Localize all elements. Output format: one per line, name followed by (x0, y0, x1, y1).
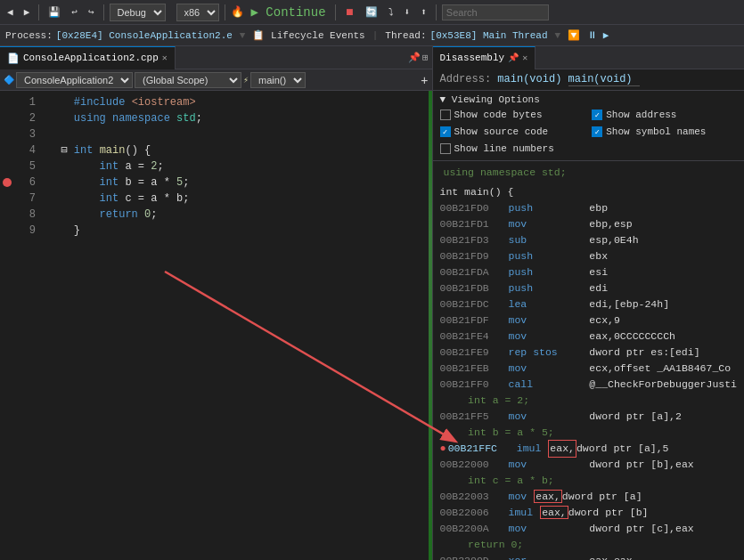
scope1-select[interactable]: ConsoleApplication2 (16, 72, 133, 88)
main-layout: 📄 ConsoleApplication2.cpp ✕ 📌 ⊞ 🔷 Consol… (0, 46, 744, 560)
code-line-9: } (48, 223, 425, 239)
scope-expand-btn[interactable]: + (421, 73, 428, 87)
nav-back-btn[interactable]: ◀ (4, 4, 17, 20)
class-icon: 🔷 (4, 75, 14, 85)
ops-fda: esi (540, 264, 608, 280)
split-btn[interactable]: ⊞ (422, 52, 429, 63)
ops-fd0: ebp (540, 200, 608, 216)
mnem-feb: mov (496, 361, 527, 377)
restart-btn[interactable]: 🔄 (362, 4, 381, 20)
continue-btn[interactable]: ▶ Continue (248, 3, 330, 21)
ln-3: 3 (14, 126, 36, 142)
mnem-fdc: lea (496, 296, 527, 312)
disasm-tab-close[interactable]: ✕ (522, 53, 527, 63)
sep4 (335, 4, 336, 20)
checkbox-source-code[interactable]: ✓ (440, 126, 451, 137)
addr-fdb: 00B21FDB (440, 280, 489, 296)
viewing-options-toggle[interactable]: ▼ Viewing Options (440, 94, 737, 105)
process-bar: Process: [0x28E4] ConsoleApplication2.e … (0, 25, 744, 46)
disasm-row-200a: 00B2200A mov dword ptr [c],eax (440, 521, 737, 537)
label-line-numbers: Show line numbers (454, 143, 554, 154)
scope-bar: 🔷 ConsoleApplication2 (Global Scope) ⚡ m… (0, 69, 432, 91)
save-btn[interactable]: 💾 (45, 4, 64, 20)
debug-mode-select[interactable]: Debug (110, 4, 166, 21)
code-text[interactable]: #include <iostream> using namespace std;… (41, 91, 432, 560)
collapse-arrow: ▼ (440, 94, 446, 105)
code-line-6: int b = a * 5; (48, 174, 425, 191)
mnem-ff0: call (496, 377, 533, 393)
scope3-select[interactable]: main() (250, 72, 306, 88)
checkbox-symbol-names[interactable]: ✓ (592, 126, 602, 137)
address-bar: Address: main(void) main(void) (433, 69, 744, 91)
thread-value[interactable]: [0x53E8] Main Thread (430, 30, 548, 41)
disasm-pin-icon: 📌 (508, 53, 519, 63)
disasm-tab[interactable]: Disassembly 📌 ✕ (433, 46, 536, 69)
checkbox-code-bytes[interactable] (440, 110, 451, 120)
platform-select[interactable]: x86 (176, 4, 219, 21)
stop-btn[interactable]: ⏹ (341, 4, 358, 20)
mnem-fd9: push (496, 248, 533, 264)
search-input[interactable] (442, 4, 549, 20)
ops-ff0: @__CheckForDebuggerJusti (540, 377, 737, 393)
ln-1: 1 (14, 94, 36, 110)
breakpoint-dot (3, 178, 12, 187)
mnem-fe4: mov (496, 329, 527, 345)
step-over-btn[interactable]: ⤵ (385, 4, 397, 20)
pin-btn[interactable]: 📌 (408, 52, 421, 63)
mnem-fdb: push (496, 280, 533, 296)
toolbar: ◀ ▶ 💾 ↩ ↪ Debug x86 🔥 ▶ Continue ⏹ 🔄 ⤵ ⬇… (0, 0, 744, 25)
addr-fd9: 00B21FD9 (440, 248, 489, 264)
step-out-btn[interactable]: ⬆ (417, 4, 430, 20)
undo-btn[interactable]: ↩ (68, 4, 81, 20)
option-show-line-numbers: Show line numbers (440, 141, 585, 157)
ops-2006: eax,dword ptr [b] (540, 505, 648, 521)
addr-fdf: 00B21FDF (440, 312, 489, 329)
code-line-7: int c = a * b; (48, 191, 425, 207)
gutter-2 (0, 110, 14, 126)
scope2-select[interactable]: (Global Scope) (135, 72, 241, 88)
sep3: ▼ (555, 30, 561, 41)
mnem-fda: push (496, 264, 533, 280)
disasm-row-ffc: ● 00B21FFC imul eax,dword ptr [a],5 (440, 441, 737, 457)
ops-fdc: edi,[ebp-24h] (534, 296, 669, 312)
disasm-tab-name: Disassembly (440, 53, 505, 63)
sep2: | (372, 30, 379, 41)
disasm-content[interactable]: using namespace std; int main() { 00B21F… (433, 161, 744, 560)
addr-2000: 00B22000 (440, 457, 489, 473)
addr-fda: 00B21FDA (440, 264, 489, 280)
checkbox-line-numbers[interactable] (440, 143, 451, 154)
address-input[interactable]: main(void) (568, 73, 640, 86)
editor-tab-active[interactable]: 📄 ConsoleApplication2.cpp ✕ (0, 46, 176, 69)
sep5 (436, 4, 437, 20)
disasm-row-ff5: 00B21FF5 mov dword ptr [a],2 (440, 409, 737, 425)
lifecycle-btn[interactable]: 📋 Lifecycle Events (252, 29, 364, 41)
mnem-fe9: rep stos (496, 345, 558, 361)
sep1 (38, 4, 39, 20)
code-editor[interactable]: 1 2 3 4 5 6 7 8 9 #include <iostream> us… (0, 91, 432, 560)
ops-ffc-eax: eax, (548, 440, 576, 458)
step-into-btn[interactable]: ⬇ (401, 4, 414, 20)
ops-2000: dword ptr [b],eax (534, 457, 693, 473)
editor-tab-bar: 📄 ConsoleApplication2.cpp ✕ 📌 ⊞ (0, 46, 432, 69)
address-value: main(void) (497, 73, 561, 85)
app-window: ◀ ▶ 💾 ↩ ↪ Debug x86 🔥 ▶ Continue ⏹ 🔄 ⤵ ⬇… (0, 0, 744, 560)
gutter-7 (0, 191, 14, 207)
disasm-src-using: using namespace std; (440, 165, 737, 181)
bp-indicator: ● (440, 441, 446, 457)
label-symbol-names: Show symbol names (606, 126, 706, 137)
process-value[interactable]: [0x28E4] ConsoleApplication2.e (56, 30, 233, 41)
addr-fd1: 00B21FD1 (440, 216, 489, 232)
nav-fwd-btn[interactable]: ▶ (20, 4, 34, 20)
ln-5: 5 (14, 158, 36, 174)
addr-fd3: 00B21FD3 (440, 232, 489, 248)
redo-btn[interactable]: ↪ (85, 4, 98, 20)
ops-feb: ecx,offset _AA1B8467_Co (534, 361, 731, 377)
mnem-ff5: mov (496, 409, 527, 425)
thread-action-btns[interactable]: ⏸ ▶ (587, 29, 609, 41)
process-label: Process: (5, 30, 53, 41)
line-numbers: 1 2 3 4 5 6 7 8 9 (14, 91, 41, 560)
tab-close-btn[interactable]: ✕ (162, 53, 168, 63)
filter-btn[interactable]: 🔽 (568, 29, 580, 41)
checkbox-address[interactable]: ✓ (592, 110, 602, 120)
addr-ffc: 00B21FFC (448, 441, 497, 457)
